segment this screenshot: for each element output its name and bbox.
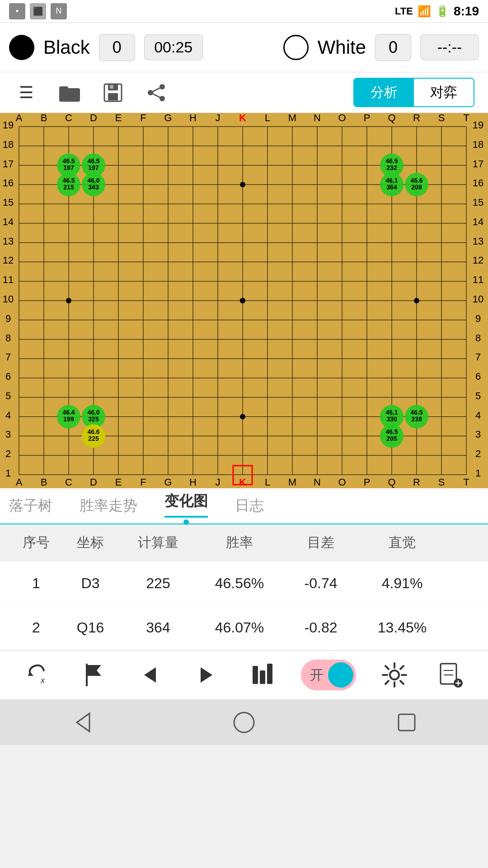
svg-text:3: 3 — [5, 429, 11, 440]
black-score: 0 — [99, 34, 135, 61]
mode-tab-group: 分析 对弈 — [353, 78, 474, 107]
ai-toggle[interactable]: 开 — [301, 660, 356, 690]
svg-rect-182 — [260, 670, 265, 684]
bottom-toolbar: x 开 — [0, 650, 488, 700]
svg-text:238: 238 — [411, 415, 422, 423]
black-player-name: Black — [43, 37, 90, 58]
svg-text:B: B — [41, 476, 47, 488]
row1-diff: -0.74 — [285, 575, 357, 592]
svg-text:L: L — [265, 476, 270, 488]
svg-text:F: F — [140, 476, 146, 488]
tab-variation[interactable]: 变化图 — [164, 487, 208, 518]
save-button[interactable] — [100, 80, 126, 105]
svg-text:4: 4 — [5, 410, 11, 421]
chart-button[interactable] — [244, 657, 281, 693]
svg-text:12: 12 — [473, 255, 483, 266]
svg-text:P: P — [364, 113, 371, 123]
svg-text:215: 215 — [63, 184, 74, 191]
row2-coord: Q16 — [59, 619, 122, 636]
tab-drop-tree[interactable]: 落子树 — [9, 491, 52, 520]
app-icon-3: N — [51, 3, 67, 19]
share-button[interactable] — [144, 80, 169, 105]
nav-home-button[interactable] — [226, 704, 262, 741]
folder-button[interactable] — [57, 80, 82, 105]
svg-text:16: 16 — [473, 177, 483, 189]
svg-text:14: 14 — [473, 216, 483, 227]
svg-text:1: 1 — [475, 467, 481, 479]
svg-text:M: M — [288, 113, 296, 123]
player-header: Black 0 00:25 White 0 --:-- — [0, 23, 488, 72]
row2-diff: -0.82 — [285, 619, 357, 636]
svg-text:9: 9 — [5, 313, 11, 324]
black-timer: 00:25 — [144, 34, 203, 60]
svg-text:7: 7 — [5, 351, 11, 363]
tab-analysis[interactable]: 分析 — [354, 79, 414, 106]
tab-winrate[interactable]: 胜率走势 — [80, 491, 137, 520]
svg-text:D: D — [90, 113, 97, 123]
row1-winrate: 46.56% — [194, 575, 285, 592]
prev-button[interactable] — [132, 657, 168, 693]
svg-rect-183 — [267, 664, 272, 684]
tab-compete[interactable]: 对弈 — [414, 79, 474, 106]
svg-text:14: 14 — [3, 216, 14, 227]
svg-text:T: T — [463, 476, 469, 488]
svg-marker-179 — [144, 667, 156, 683]
svg-text:10: 10 — [3, 293, 14, 305]
status-time: 8:19 — [454, 4, 479, 19]
svg-text:6: 6 — [5, 371, 11, 382]
svg-text:12: 12 — [3, 255, 14, 266]
svg-text:325: 325 — [88, 415, 99, 423]
svg-text:16: 16 — [3, 177, 14, 189]
analysis-tabs: 落子树 胜率走势 变化图 日志 — [0, 488, 488, 524]
settings-button[interactable] — [376, 657, 413, 693]
go-board[interactable]: A B C D E F G H J K L M N O P Q R S T A … — [0, 113, 488, 488]
white-timer: --:-- — [420, 34, 479, 60]
toolbar: ☰ 分析 对弈 — [0, 72, 488, 113]
status-bar: ▪ ⬛ N LTE 📶 🔋 8:19 — [0, 0, 488, 23]
svg-line-9 — [150, 87, 162, 93]
new-doc-button[interactable] — [433, 657, 469, 693]
toggle-knob[interactable] — [328, 662, 353, 688]
svg-point-184 — [390, 670, 399, 679]
svg-text:S: S — [438, 113, 445, 123]
svg-text:13: 13 — [3, 236, 14, 247]
svg-text:8: 8 — [475, 332, 481, 344]
nav-back-button[interactable] — [63, 704, 99, 741]
tab-log[interactable]: 日志 — [235, 491, 264, 520]
svg-text:x: x — [40, 676, 45, 685]
svg-text:F: F — [140, 113, 146, 123]
flag-button[interactable] — [75, 657, 112, 693]
toggle-label: 开 — [310, 666, 324, 684]
table-row[interactable]: 1 D3 225 46.56% -0.74 4.91% — [0, 561, 488, 606]
svg-text:B: B — [41, 113, 47, 123]
svg-text:N: N — [314, 476, 321, 488]
svg-rect-1 — [59, 86, 68, 92]
next-button[interactable] — [188, 657, 225, 693]
nav-recent-button[interactable] — [389, 704, 425, 741]
svg-text:205: 205 — [386, 435, 397, 442]
svg-text:T: T — [463, 113, 469, 123]
col-header-coord: 坐标 — [59, 533, 122, 552]
svg-text:46.0: 46.0 — [87, 177, 99, 184]
row2-winrate: 46.07% — [194, 619, 285, 636]
svg-text:C: C — [65, 476, 72, 488]
col-header-intuition: 直觉 — [357, 533, 447, 552]
svg-text:11: 11 — [473, 274, 483, 285]
svg-text:10: 10 — [473, 293, 483, 305]
svg-text:O: O — [338, 113, 346, 123]
svg-text:1: 1 — [5, 467, 11, 479]
svg-text:K: K — [239, 113, 246, 123]
status-left-icons: ▪ ⬛ N — [9, 3, 67, 19]
svg-text:J: J — [216, 476, 221, 488]
menu-button[interactable]: ☰ — [14, 80, 39, 105]
svg-text:P: P — [364, 476, 371, 488]
svg-text:46.5: 46.5 — [87, 157, 99, 165]
svg-text:H: H — [189, 476, 197, 488]
svg-text:A: A — [16, 113, 23, 123]
table-row[interactable]: 2 Q16 364 46.07% -0.82 13.45% — [0, 606, 488, 650]
battery-icon: 🔋 — [436, 5, 449, 18]
svg-text:13: 13 — [473, 236, 483, 247]
undo-button[interactable]: x — [19, 657, 55, 693]
row2-id: 2 — [14, 619, 59, 636]
col-header-calc: 计算量 — [122, 533, 194, 552]
